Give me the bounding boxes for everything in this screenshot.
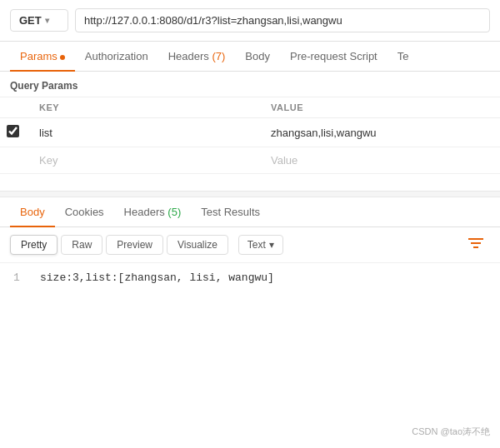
resp-tab-testresults[interactable]: Test Results [191, 197, 270, 226]
tab-body[interactable]: Body [235, 42, 280, 71]
resp-tab-headers[interactable]: Headers (5) [114, 197, 192, 226]
method-chevron: ▾ [45, 16, 49, 25]
type-label: Text [248, 239, 266, 251]
tab-te[interactable]: Te [388, 42, 419, 71]
param-checkbox-cell [0, 118, 29, 147]
fmt-raw-button[interactable]: Raw [61, 235, 102, 255]
param-value-placeholder: Value [271, 154, 298, 167]
type-selector[interactable]: Text ▾ [238, 235, 283, 255]
param-checkbox[interactable] [7, 125, 19, 137]
response-tabs: Body Cookies Headers (5) Test Results [0, 197, 500, 227]
table-row: list zhangsan,lisi,wangwu [0, 118, 500, 147]
section-divider [0, 191, 500, 197]
watermark: CSDN @tao涛不绝 [412, 426, 490, 438]
line-number: 1 [13, 271, 27, 284]
resp-tab-cookies[interactable]: Cookies [55, 197, 114, 226]
param-key-placeholder: Key [39, 154, 58, 167]
url-input[interactable] [75, 8, 490, 32]
resp-tab-body[interactable]: Body [10, 197, 55, 226]
format-bar: Pretty Raw Preview Visualize Text ▾ [0, 227, 500, 263]
fmt-visualize-button[interactable]: Visualize [167, 235, 228, 255]
request-tabs: Params Authorization Headers (7) Body Pr… [0, 42, 500, 72]
params-dot [60, 55, 65, 60]
query-params-label: Query Params [0, 72, 500, 97]
tab-params[interactable]: Params [10, 42, 75, 71]
method-selector[interactable]: GET ▾ [10, 9, 68, 32]
fmt-pretty-button[interactable]: Pretty [10, 235, 58, 255]
filter-icon [468, 237, 483, 249]
col-checkbox-header [0, 97, 29, 118]
tab-prerequest[interactable]: Pre-request Script [280, 42, 388, 71]
col-value-header: VALUE [261, 97, 500, 118]
url-bar: GET ▾ [0, 0, 500, 42]
filter-icon-button[interactable] [462, 234, 490, 256]
fmt-preview-button[interactable]: Preview [106, 235, 163, 255]
response-body: 1 size:3,list:[zhangsan, lisi, wangwu] [0, 263, 500, 292]
param-key: list [39, 127, 52, 139]
col-key-header: KEY [29, 97, 261, 118]
tab-authorization[interactable]: Authorization [75, 42, 158, 71]
params-table: KEY VALUE list zhangsan,lisi,wangwu Key … [0, 97, 500, 174]
method-label: GET [19, 14, 42, 27]
tab-headers[interactable]: Headers (7) [158, 42, 236, 71]
table-row-empty: Key Value [0, 147, 500, 174]
type-chevron: ▾ [269, 239, 274, 251]
response-content: size:3,list:[zhangsan, lisi, wangwu] [40, 271, 487, 284]
param-value: zhangsan,lisi,wangwu [271, 127, 376, 139]
